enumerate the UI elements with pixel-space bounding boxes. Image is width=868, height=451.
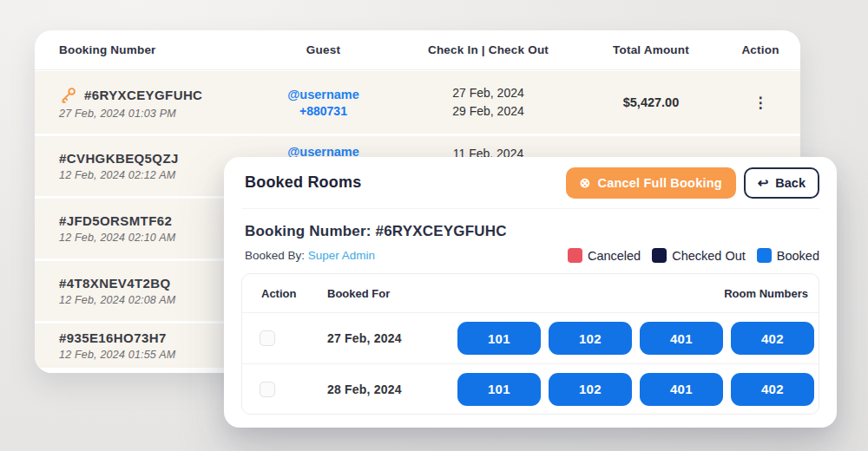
legend-label: Checked Out bbox=[672, 249, 746, 263]
room-date-row: 27 Feb, 2024 101 102 401 402 bbox=[242, 313, 819, 363]
booked-for-date: 27 Feb, 2024 bbox=[315, 331, 445, 345]
booked-swatch-icon bbox=[757, 248, 772, 263]
room-number-button[interactable]: 101 bbox=[457, 373, 541, 406]
room-number-button[interactable]: 102 bbox=[549, 373, 632, 406]
booking-datetime: 12 Feb, 2024 02:10 AM bbox=[59, 232, 252, 244]
checkin-checkout-cell: 27 Feb, 2024 29 Feb, 2024 bbox=[395, 84, 582, 121]
column-header-checkin-checkout: Check In | Check Out bbox=[395, 43, 582, 56]
booking-number: #JFD5ORSMTF62 bbox=[59, 213, 172, 228]
modal-booking-number: Booking Number: #6RYXCEYGFUHC bbox=[241, 223, 819, 240]
column-header-total-amount: Total Amount bbox=[582, 43, 720, 56]
modal-title: Booked Rooms bbox=[241, 173, 361, 192]
check-in-date: 27 Feb, 2024 bbox=[395, 84, 582, 102]
rooms-table: Action Booked For Room Numbers 27 Feb, 2… bbox=[241, 273, 819, 415]
canceled-swatch-icon bbox=[568, 248, 582, 263]
total-amount: $5,427.00 bbox=[582, 95, 720, 109]
booking-datetime: 12 Feb, 2024 02:12 AM bbox=[59, 169, 252, 181]
booking-number-cell: #JFD5ORSMTF62 12 Feb, 2024 02:10 AM bbox=[35, 213, 252, 244]
legend-item-checked-out: Checked Out bbox=[652, 248, 746, 263]
row-select-checkbox[interactable] bbox=[260, 330, 275, 346]
row-select-checkbox[interactable] bbox=[260, 382, 275, 397]
booking-number: #CVHGKBEQ5QZJ bbox=[59, 151, 179, 166]
checked-out-swatch-icon bbox=[652, 248, 667, 263]
back-button[interactable]: ↩ Back bbox=[744, 167, 819, 199]
booking-datetime: 12 Feb, 2024 02:08 AM bbox=[59, 294, 252, 306]
booking-number-cell: #4T8XNEV4T2BQ 12 Feb, 2024 02:08 AM bbox=[35, 276, 252, 306]
rooms-table-header: Action Booked For Room Numbers bbox=[242, 274, 819, 313]
column-header-room-numbers: Room Numbers bbox=[445, 287, 819, 300]
booking-number-cell: #CVHGKBEQ5QZJ 12 Feb, 2024 02:12 AM bbox=[35, 151, 252, 181]
modal-header: Booked Rooms ⊗ Cancel Full Booking ↩ Bac… bbox=[241, 157, 819, 209]
guest-cell: @username +880731 bbox=[252, 88, 395, 118]
booking-number: #4T8XNEV4T2BQ bbox=[59, 276, 171, 291]
guest-username-link[interactable]: @username bbox=[252, 88, 395, 101]
booked-by-label: Booked By: bbox=[245, 249, 305, 262]
booking-number: #6RYXCEYGFUHC bbox=[84, 88, 202, 102]
room-number-button[interactable]: 401 bbox=[640, 373, 723, 406]
legend-item-canceled: Canceled bbox=[568, 248, 641, 263]
booked-by-user-link[interactable]: Super Admin bbox=[308, 249, 375, 262]
guest-phone-link[interactable]: +880731 bbox=[252, 104, 395, 118]
back-arrow-icon: ↩ bbox=[758, 176, 769, 189]
column-header-action: Action bbox=[242, 287, 315, 300]
booking-number-cell: #6RYXCEYGFUHC 27 Feb, 2024 01:03 PM bbox=[35, 86, 252, 120]
room-number-button[interactable]: 402 bbox=[731, 373, 814, 406]
booking-datetime: 27 Feb, 2024 01:03 PM bbox=[59, 108, 252, 120]
room-number-button[interactable]: 102 bbox=[549, 322, 632, 355]
booking-datetime: 12 Feb, 2024 01:55 AM bbox=[59, 349, 252, 361]
legend-label: Booked bbox=[777, 249, 819, 263]
booked-by: Booked By: Super Admin bbox=[245, 249, 375, 262]
booked-rooms-modal: Booked Rooms ⊗ Cancel Full Booking ↩ Bac… bbox=[224, 157, 837, 428]
room-number-button[interactable]: 402 bbox=[731, 322, 814, 355]
column-header-booking-number: Booking Number bbox=[35, 43, 252, 56]
check-out-date: 29 Feb, 2024 bbox=[395, 102, 582, 121]
cancel-full-booking-label: Cancel Full Booking bbox=[598, 176, 722, 190]
column-header-booked-for: Booked For bbox=[315, 287, 445, 300]
guest-cell: @username bbox=[252, 136, 395, 159]
kebab-menu-icon[interactable]: ⋮ bbox=[720, 95, 800, 110]
cancel-full-booking-button[interactable]: ⊗ Cancel Full Booking bbox=[566, 167, 736, 199]
room-date-row: 28 Feb, 2024 101 102 401 402 bbox=[242, 363, 819, 414]
legend-item-booked: Booked bbox=[757, 248, 819, 263]
booking-number-cell: #935E16HO73H7 12 Feb, 2024 01:55 AM bbox=[35, 330, 252, 361]
column-header-action: Action bbox=[720, 43, 800, 56]
booking-row[interactable]: #6RYXCEYGFUHC 27 Feb, 2024 01:03 PM @use… bbox=[35, 71, 800, 134]
circle-x-icon: ⊗ bbox=[580, 176, 591, 189]
bookings-table-header: Booking Number Guest Check In | Check Ou… bbox=[35, 30, 800, 70]
booking-number: #935E16HO73H7 bbox=[59, 330, 167, 345]
booked-for-date: 28 Feb, 2024 bbox=[315, 382, 445, 396]
legend-label: Canceled bbox=[588, 249, 641, 263]
room-number-button[interactable]: 101 bbox=[457, 322, 541, 355]
room-number-button[interactable]: 401 bbox=[640, 322, 723, 355]
back-label: Back bbox=[775, 176, 806, 190]
column-header-guest: Guest bbox=[252, 43, 395, 56]
key-icon bbox=[59, 86, 77, 104]
status-legend: Canceled Checked Out Booked bbox=[568, 248, 819, 263]
